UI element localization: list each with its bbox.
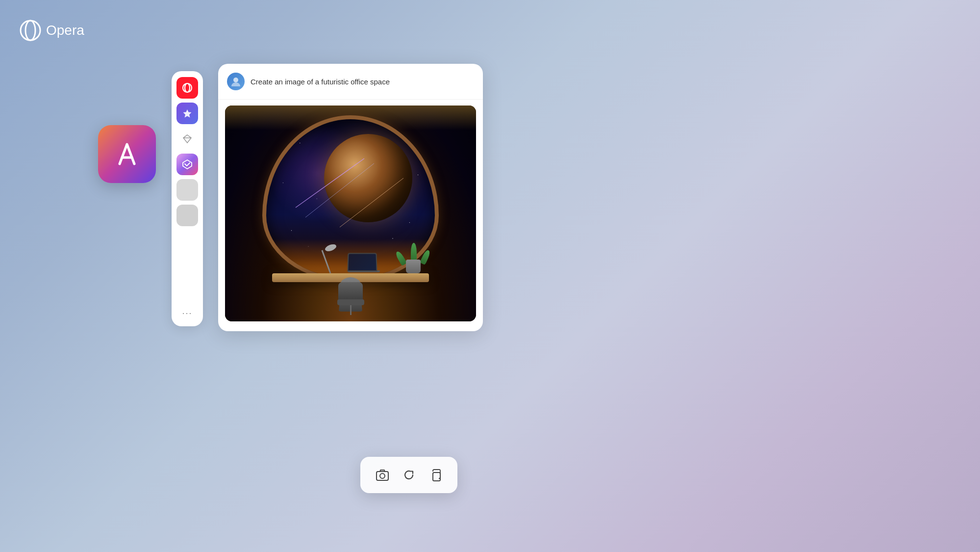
sidebar-item-app[interactable] [176, 154, 198, 175]
user-avatar [227, 73, 245, 90]
floating-app-icon [98, 125, 156, 183]
app-store-icon [181, 158, 194, 171]
svg-point-2 [183, 83, 192, 92]
sidebar-item-placeholder-1[interactable] [176, 179, 198, 201]
svg-point-3 [185, 83, 190, 92]
desk-lamp [330, 249, 331, 273]
bottom-screenshot-button[interactable] [371, 464, 394, 486]
opera-sidebar-icon [182, 82, 193, 93]
diamond-icon [182, 133, 193, 144]
lamp-head [324, 243, 337, 252]
generated-image-container [225, 105, 476, 321]
planet [324, 134, 412, 222]
leaf-1 [394, 250, 406, 266]
bottom-camera-icon [376, 468, 389, 482]
svg-rect-13 [433, 473, 440, 481]
svg-point-1 [25, 21, 35, 40]
plant-leaves [402, 233, 426, 263]
svg-rect-11 [377, 472, 388, 480]
bottom-refresh-icon [402, 468, 416, 482]
laptop-screen [347, 253, 377, 271]
bottom-copy-icon [428, 468, 442, 482]
chat-panel: Create an image of a futuristic office s… [218, 64, 483, 331]
prompt-text: Create an image of a futuristic office s… [251, 77, 390, 87]
chair-base [350, 305, 352, 315]
sidebar-item-opera[interactable] [176, 77, 198, 99]
svg-point-4 [233, 78, 238, 82]
floating-app-logo [110, 137, 144, 171]
bottom-refresh-button[interactable] [398, 464, 420, 486]
chair-seat [337, 299, 364, 305]
sidebar-item-placeholder-2[interactable] [176, 205, 198, 226]
futuristic-image [225, 105, 476, 321]
bottom-toolbar [360, 457, 457, 493]
laptop [348, 253, 377, 273]
sidebar-item-aria[interactable] [176, 103, 198, 124]
chair-back [338, 282, 363, 299]
sidebar-item-diamond[interactable] [176, 128, 198, 150]
svg-point-0 [21, 21, 40, 40]
svg-point-12 [380, 473, 385, 478]
plant-pot [406, 260, 421, 273]
avatar-icon [230, 76, 242, 87]
office-chair [338, 282, 363, 312]
scene [225, 105, 476, 321]
bottom-copy-button[interactable] [424, 464, 447, 486]
desk-area [225, 233, 476, 321]
sidebar: ··· [172, 71, 203, 326]
leaf-3 [420, 249, 431, 265]
opera-icon [20, 20, 41, 41]
opera-logo-text: Opera [46, 23, 84, 38]
opera-logo: Opera [20, 20, 84, 41]
aria-icon [182, 108, 193, 119]
lamp-arm [322, 250, 331, 274]
sidebar-more-button[interactable]: ··· [176, 306, 198, 320]
message-row: Create an image of a futuristic office s… [218, 64, 483, 100]
